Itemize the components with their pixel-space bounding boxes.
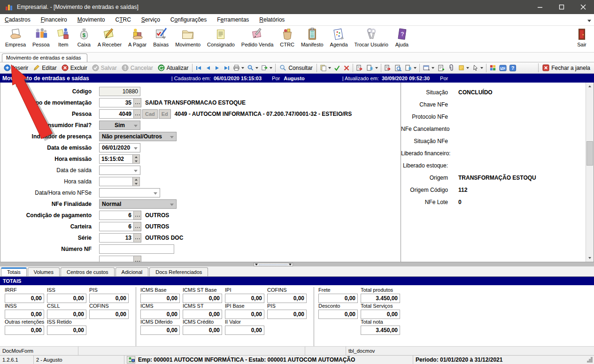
data-emissao-field[interactable]: 06/01/2020 bbox=[99, 143, 140, 152]
hora-saida-spinner[interactable] bbox=[133, 177, 140, 186]
numero-nf-field[interactable] bbox=[99, 244, 174, 254]
menu-financeiro[interactable]: Financeiro bbox=[41, 16, 67, 23]
toolbar-ctrc-button[interactable]: CTRC bbox=[277, 27, 298, 48]
toolbar-a-receber-button[interactable]: A Receber bbox=[94, 27, 125, 48]
editar-button[interactable]: Editar bbox=[31, 63, 59, 72]
tab-totais[interactable]: Totais bbox=[1, 267, 27, 276]
carteira-field[interactable]: 6 bbox=[99, 222, 134, 231]
calc-grid-button[interactable] bbox=[488, 63, 498, 72]
cutoff-field[interactable] bbox=[99, 256, 134, 262]
tab-centros-de-custos[interactable]: Centros de custos bbox=[61, 267, 115, 276]
cutoff-lookup-button[interactable] bbox=[134, 256, 141, 262]
doc-add-button[interactable] bbox=[436, 63, 446, 73]
tipo-movimentacao-lookup-button[interactable] bbox=[134, 98, 141, 107]
atualizar-button[interactable]: Atualizar bbox=[155, 63, 191, 72]
codigo-field[interactable]: 10880 bbox=[99, 87, 140, 96]
serie-lookup-button[interactable] bbox=[134, 233, 141, 243]
pessoa-lookup-button[interactable] bbox=[134, 109, 141, 119]
tab-docs-referenciados[interactable]: Docs Referenciados bbox=[149, 267, 208, 276]
horizontal-splitter[interactable] bbox=[0, 262, 594, 266]
nfe-finalidade-select[interactable]: Normal bbox=[99, 199, 177, 209]
serie-field[interactable]: 13 bbox=[99, 233, 134, 243]
menu-servico[interactable]: Serviço bbox=[141, 16, 160, 23]
menu-cadastros[interactable]: Cadastros bbox=[5, 16, 31, 23]
toolbar-pedido-venda-button[interactable]: Pedido Venda bbox=[238, 27, 277, 48]
confirm-button[interactable] bbox=[332, 64, 342, 72]
attachment-button[interactable] bbox=[446, 63, 456, 73]
toolbar-item-button[interactable]: Item bbox=[53, 27, 74, 48]
nfse-enviar-button[interactable] bbox=[383, 63, 393, 73]
menu-relatorios[interactable]: Relatórios bbox=[259, 16, 285, 23]
maximize-button[interactable] bbox=[551, 0, 572, 14]
window-options-button[interactable] bbox=[421, 63, 436, 73]
tipo-movimentacao-field[interactable]: 35 bbox=[99, 98, 134, 107]
toolbar-baixas-button[interactable]: Baixas bbox=[150, 27, 172, 48]
carteira-lookup-button[interactable] bbox=[134, 222, 141, 231]
excluir-button[interactable]: Excluir bbox=[59, 63, 90, 72]
vertical-scrollbar[interactable] bbox=[586, 83, 594, 262]
note-button[interactable] bbox=[456, 63, 471, 72]
tab-volumes[interactable]: Volumes bbox=[28, 267, 60, 276]
condicao-pagamento-lookup-button[interactable] bbox=[134, 211, 141, 220]
tab-adicional[interactable]: Adicional bbox=[116, 267, 149, 276]
export-button[interactable] bbox=[260, 63, 274, 72]
toolbar-overflow-chevron-icon[interactable] bbox=[587, 20, 591, 22]
consumidor-final-select[interactable]: Sim bbox=[99, 121, 140, 130]
menu-ferramentas[interactable]: Ferramentas bbox=[217, 16, 249, 23]
scrollbar-thumb[interactable] bbox=[586, 141, 593, 166]
toolbar-ajuda-button[interactable]: ? Ajuda bbox=[392, 27, 412, 48]
nav-first-button[interactable] bbox=[194, 64, 203, 72]
cancelar-button[interactable]: Cancelar bbox=[119, 63, 155, 72]
pessoa-cad-button[interactable]: Cad bbox=[142, 109, 158, 119]
data-saida-field[interactable] bbox=[99, 166, 140, 175]
toolbar-pessoa-button[interactable]: Pessoa bbox=[29, 27, 53, 48]
inserir-button[interactable]: Inserir bbox=[1, 63, 31, 72]
toolbar-empresa-button[interactable]: Empresa bbox=[2, 27, 29, 48]
toolbar-caixa-button[interactable]: $ Caixa bbox=[74, 27, 94, 48]
reject-button[interactable] bbox=[342, 64, 351, 72]
scroll-down-icon[interactable] bbox=[587, 255, 593, 261]
pointer-button[interactable] bbox=[471, 63, 485, 72]
toolbar-trocar-usuario-button[interactable]: Trocar Usuário bbox=[351, 27, 392, 48]
toolbar-sair-button[interactable]: Sair bbox=[571, 27, 592, 48]
copy-stamp-button[interactable] bbox=[318, 63, 332, 72]
toolbar-a-pagar-button[interactable]: A Pagar bbox=[125, 27, 150, 48]
toolbar-movimento-button[interactable]: Movimento bbox=[172, 27, 204, 48]
preview-button[interactable] bbox=[246, 63, 260, 72]
splitter-collapse-control[interactable] bbox=[254, 263, 293, 266]
salvar-button[interactable]: Salvar bbox=[90, 63, 119, 72]
condicao-pagamento-field[interactable]: 6 bbox=[99, 211, 134, 220]
close-button[interactable] bbox=[572, 0, 594, 14]
help-button[interactable]: ? bbox=[508, 64, 517, 72]
nfse-consultar-button[interactable] bbox=[393, 63, 403, 73]
hora-emissao-spinner[interactable] bbox=[133, 154, 140, 164]
nfe-status-button[interactable] bbox=[365, 63, 379, 73]
menu-movimento[interactable]: Movimento bbox=[77, 16, 105, 23]
fechar-janela-button[interactable]: Fechar a janela bbox=[538, 63, 593, 72]
consultar-button[interactable]: Consultar bbox=[277, 63, 315, 72]
print-button[interactable] bbox=[231, 63, 246, 72]
menu-configuracoes[interactable]: Configurações bbox=[170, 16, 207, 23]
datahora-envio-nfse-field[interactable] bbox=[99, 188, 160, 197]
svg-text:$: $ bbox=[83, 32, 86, 38]
minimize-button[interactable] bbox=[529, 0, 551, 14]
hora-saida-field[interactable] bbox=[99, 177, 133, 186]
scroll-up-icon[interactable] bbox=[587, 83, 593, 89]
tab-movimento-entradas-saidas[interactable]: Movimento de entradas e saídas bbox=[2, 53, 87, 62]
toolbar-agenda-button[interactable]: Agenda bbox=[327, 27, 351, 48]
nav-next-button[interactable] bbox=[213, 64, 222, 72]
pessoa-ed-button[interactable]: Ed bbox=[159, 109, 171, 119]
nfse-status-button[interactable] bbox=[403, 63, 418, 73]
log-button[interactable] bbox=[498, 64, 508, 72]
toolbar-consignado-button[interactable]: Consignado bbox=[204, 27, 238, 48]
nfe-enviar-button[interactable] bbox=[355, 63, 365, 73]
pessoa-field[interactable]: 4049 bbox=[99, 109, 134, 119]
dropdown-arrow-icon bbox=[255, 67, 258, 69]
nav-last-button[interactable] bbox=[222, 64, 231, 72]
menu-ctrc[interactable]: CTRC bbox=[115, 16, 131, 23]
indicador-presenca-select[interactable]: Não presencial/Outros bbox=[99, 132, 177, 141]
toolbar-manifesto-button[interactable]: Manifesto bbox=[298, 27, 327, 48]
hora-emissao-field[interactable]: 15:15:02 bbox=[99, 154, 133, 164]
nav-prev-button[interactable] bbox=[203, 64, 213, 72]
resize-grip[interactable] bbox=[589, 359, 591, 361]
